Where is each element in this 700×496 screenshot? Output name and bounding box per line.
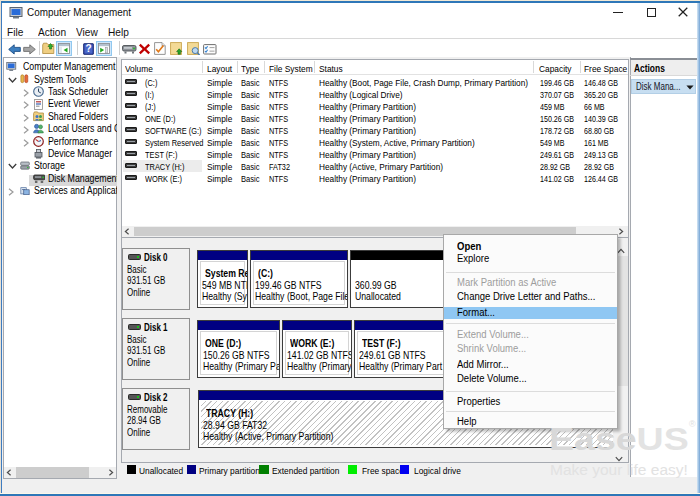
svg-text:?: ? bbox=[85, 43, 91, 54]
